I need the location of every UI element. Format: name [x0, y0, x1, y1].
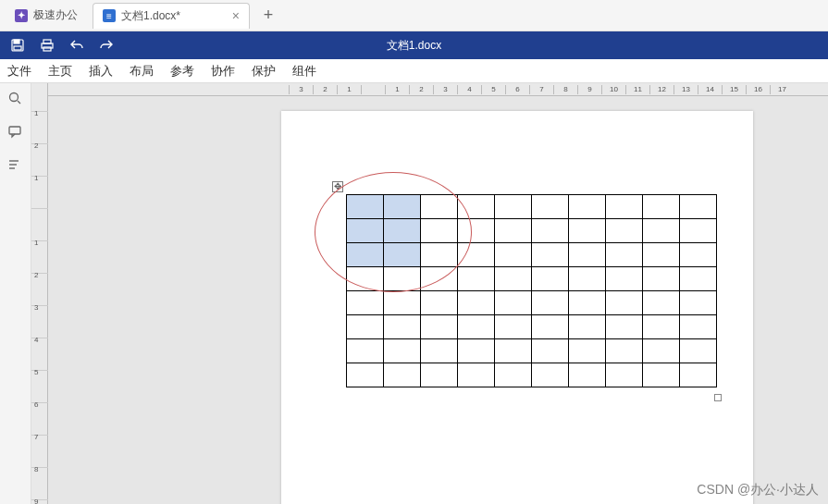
menu-reference[interactable]: 参考	[170, 63, 194, 80]
app-tab[interactable]: ✦ 极速办公	[6, 3, 87, 29]
table-cell[interactable]	[680, 363, 717, 387]
table-cell[interactable]	[421, 291, 458, 315]
menu-file[interactable]: 文件	[7, 63, 31, 80]
table-cell[interactable]	[458, 195, 495, 219]
table-cell[interactable]	[384, 363, 421, 387]
table-cell[interactable]	[606, 291, 643, 315]
table-cell[interactable]	[495, 243, 532, 267]
table-cell[interactable]	[569, 339, 606, 363]
menu-protect[interactable]: 保护	[252, 63, 276, 80]
table-cell[interactable]	[347, 243, 384, 267]
save-icon[interactable]	[9, 37, 26, 54]
menu-insert[interactable]: 插入	[89, 63, 113, 80]
table-cell[interactable]	[532, 219, 569, 243]
comment-icon[interactable]	[7, 124, 24, 141]
close-tab-icon[interactable]: ×	[232, 8, 240, 23]
table-cell[interactable]	[680, 243, 717, 267]
table-cell[interactable]	[680, 291, 717, 315]
table-cell[interactable]	[495, 363, 532, 387]
table-cell[interactable]	[680, 267, 717, 291]
table-cell[interactable]	[495, 291, 532, 315]
table-cell[interactable]	[643, 243, 680, 267]
table-cell[interactable]	[680, 315, 717, 339]
table-cell[interactable]	[643, 195, 680, 219]
document-tab[interactable]: ≡ 文档1.docx* ×	[93, 3, 250, 29]
table-cell[interactable]	[384, 315, 421, 339]
table-cell[interactable]	[606, 219, 643, 243]
table-cell[interactable]	[643, 339, 680, 363]
outline-icon[interactable]	[7, 157, 24, 174]
table-cell[interactable]	[643, 267, 680, 291]
table-cell[interactable]	[532, 363, 569, 387]
table-cell[interactable]	[532, 291, 569, 315]
table-cell[interactable]	[606, 267, 643, 291]
table-cell[interactable]	[421, 219, 458, 243]
table-cell[interactable]	[421, 315, 458, 339]
table-cell[interactable]	[606, 243, 643, 267]
table-cell[interactable]	[384, 195, 421, 219]
print-icon[interactable]	[39, 37, 56, 54]
search-icon[interactable]	[7, 91, 24, 107]
table-move-handle-icon[interactable]: ✥	[332, 181, 343, 192]
table-cell[interactable]	[347, 315, 384, 339]
menu-home[interactable]: 主页	[48, 63, 72, 80]
table-cell[interactable]	[384, 291, 421, 315]
table-cell[interactable]	[458, 267, 495, 291]
table-cell[interactable]	[643, 219, 680, 243]
table-cell[interactable]	[347, 267, 384, 291]
undo-icon[interactable]	[68, 37, 85, 54]
table-cell[interactable]	[458, 291, 495, 315]
table-cell[interactable]	[458, 339, 495, 363]
table-cell[interactable]	[458, 219, 495, 243]
table-cell[interactable]	[458, 243, 495, 267]
table-cell[interactable]	[347, 195, 384, 219]
table-cell[interactable]	[606, 363, 643, 387]
table-cell[interactable]	[569, 243, 606, 267]
menu-layout[interactable]: 布局	[130, 63, 154, 80]
table-cell[interactable]	[421, 339, 458, 363]
table-cell[interactable]	[384, 267, 421, 291]
table-cell[interactable]	[569, 315, 606, 339]
table-cell[interactable]	[495, 267, 532, 291]
table-cell[interactable]	[569, 291, 606, 315]
table-cell[interactable]	[643, 291, 680, 315]
document-page[interactable]: ✥	[281, 111, 753, 504]
table-cell[interactable]	[495, 219, 532, 243]
table-cell[interactable]	[421, 195, 458, 219]
table-cell[interactable]	[680, 195, 717, 219]
table-cell[interactable]	[421, 243, 458, 267]
table-cell[interactable]	[532, 195, 569, 219]
table-cell[interactable]	[606, 195, 643, 219]
table-cell[interactable]	[495, 195, 532, 219]
table-cell[interactable]	[680, 339, 717, 363]
table-cell[interactable]	[384, 219, 421, 243]
table-cell[interactable]	[458, 363, 495, 387]
redo-icon[interactable]	[98, 37, 115, 54]
table-cell[interactable]	[643, 363, 680, 387]
table-cell[interactable]	[347, 339, 384, 363]
table-cell[interactable]	[421, 363, 458, 387]
table-cell[interactable]	[384, 339, 421, 363]
table-cell[interactable]	[532, 243, 569, 267]
table-cell[interactable]	[643, 315, 680, 339]
table-cell[interactable]	[569, 267, 606, 291]
menu-component[interactable]: 组件	[292, 63, 316, 80]
table-cell[interactable]	[347, 291, 384, 315]
document-table[interactable]	[346, 194, 717, 387]
menu-collaborate[interactable]: 协作	[211, 63, 235, 80]
table-cell[interactable]	[347, 363, 384, 387]
table-cell[interactable]	[421, 267, 458, 291]
vertical-ruler[interactable]: 12112345678910111213	[31, 83, 48, 504]
table-cell[interactable]	[606, 315, 643, 339]
table-cell[interactable]	[532, 267, 569, 291]
table-cell[interactable]	[606, 339, 643, 363]
table-resize-handle-icon[interactable]	[714, 394, 722, 401]
table-cell[interactable]	[458, 315, 495, 339]
table-cell[interactable]	[384, 243, 421, 267]
table-cell[interactable]	[495, 315, 532, 339]
table-cell[interactable]	[680, 219, 717, 243]
table-cell[interactable]	[532, 315, 569, 339]
horizontal-ruler[interactable]: 3211234567891011121314151617	[48, 83, 828, 96]
table-cell[interactable]	[495, 339, 532, 363]
table-cell[interactable]	[569, 195, 606, 219]
